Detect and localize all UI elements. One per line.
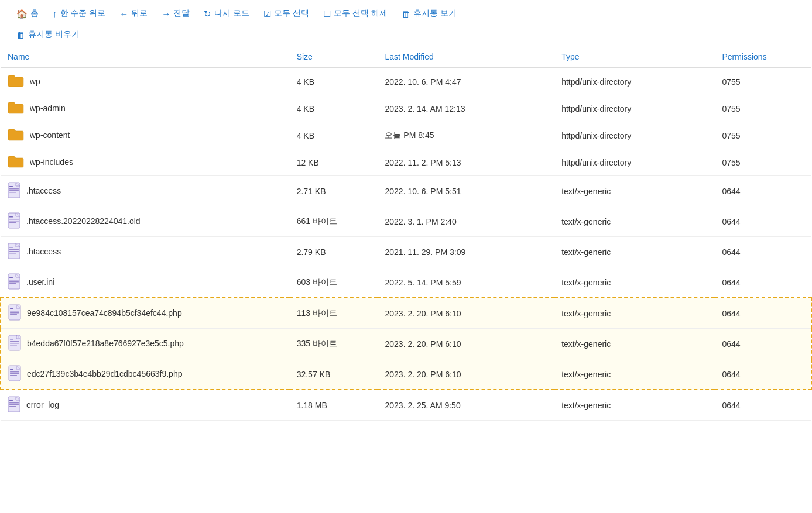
- cell-type: text/x-generic: [554, 390, 715, 421]
- svg-rect-3: [9, 190, 19, 191]
- empty-trash-button[interactable]: 🗑 휴지통 비우기: [9, 27, 87, 42]
- cell-name: wp-includes: [1, 149, 290, 176]
- svg-rect-23: [10, 312, 19, 314]
- cell-size: 32.57 KB: [290, 359, 378, 390]
- file-name: .htaccess: [26, 185, 61, 197]
- svg-rect-9: [9, 222, 16, 223]
- cell-permissions: 0755: [715, 149, 811, 176]
- cell-name: .htaccess_: [1, 237, 290, 267]
- svg-rect-29: [10, 345, 17, 346]
- col-header-name[interactable]: Name: [1, 46, 290, 68]
- empty-trash-label: 휴지통 비우기: [28, 29, 80, 40]
- cell-type: text/x-generic: [554, 237, 715, 267]
- cell-size: 661 바이트: [290, 206, 378, 237]
- svg-rect-1: [9, 186, 13, 187]
- forward-label: 전달: [173, 8, 190, 19]
- trash-view-button[interactable]: 🗑 휴지통 보기: [395, 6, 464, 21]
- svg-rect-14: [9, 253, 16, 254]
- svg-rect-17: [9, 280, 19, 281]
- table-row[interactable]: wp-content 4 KB 오늘 PM 8:45 httpd/unix-di…: [1, 122, 811, 149]
- table-row[interactable]: wp-includes 12 KB 2022. 11. 2. PM 5:13 h…: [1, 149, 811, 176]
- svg-rect-19: [9, 283, 16, 284]
- table-row[interactable]: b4edda67f0f57e218a8e766927e3e5c5.php 335…: [1, 329, 811, 359]
- folder-icon: [8, 128, 24, 143]
- cell-modified: 2023. 2. 20. PM 6:10: [378, 329, 554, 359]
- svg-rect-22: [10, 311, 19, 312]
- table-row[interactable]: 9e984c108157cea74c894b5cf34efc44.php 113…: [1, 298, 811, 329]
- cell-size: 12 KB: [290, 149, 378, 176]
- cell-size: 2.79 KB: [290, 237, 378, 267]
- trash-view-icon: 🗑: [402, 9, 410, 18]
- col-header-size[interactable]: Size: [290, 46, 378, 68]
- cell-name: error_log: [1, 390, 290, 421]
- svg-rect-36: [9, 400, 13, 401]
- table-row[interactable]: edc27f139c3b4e4bb29d1cdbc45663f9.php 32.…: [1, 359, 811, 390]
- home-button[interactable]: 🏠 홈: [9, 6, 46, 21]
- file-table: Name Size Last Modified Type Permissions…: [0, 46, 812, 421]
- table-row[interactable]: error_log 1.18 MB 2023. 2. 25. AM 9:50 t…: [1, 390, 811, 421]
- table-row[interactable]: .htaccess 2.71 KB 2022. 10. 6. PM 5:51 t…: [1, 176, 811, 206]
- cell-permissions: 0644: [715, 237, 811, 267]
- cell-name: .user.ini: [1, 267, 290, 298]
- home-label: 홈: [30, 8, 39, 19]
- file-name: wp-includes: [30, 157, 73, 168]
- cell-size: 335 바이트: [290, 329, 378, 359]
- col-header-type[interactable]: Type: [554, 46, 715, 68]
- up-button[interactable]: ↑ 한 수준 위로: [46, 6, 112, 21]
- back-button[interactable]: ← 뒤로: [112, 6, 155, 21]
- cell-permissions: 0644: [715, 298, 811, 329]
- svg-rect-21: [10, 308, 13, 309]
- reload-button[interactable]: ↻ 다시 로드: [197, 6, 256, 21]
- file-name: wp-content: [30, 130, 70, 142]
- svg-rect-16: [9, 277, 13, 278]
- svg-rect-31: [10, 369, 13, 370]
- file-icon: [8, 304, 21, 322]
- table-row[interactable]: wp 4 KB 2022. 10. 6. PM 4:47 httpd/unix-…: [1, 68, 811, 95]
- forward-button[interactable]: → 전달: [155, 6, 197, 21]
- cell-name: wp: [1, 68, 290, 95]
- cell-modified: 2022. 3. 1. PM 2:40: [378, 206, 554, 237]
- svg-rect-8: [9, 221, 19, 222]
- file-icon: [8, 335, 21, 353]
- file-icon: [8, 212, 20, 230]
- cell-size: 603 바이트: [290, 267, 378, 298]
- cell-type: text/x-generic: [554, 298, 715, 329]
- col-header-permissions[interactable]: Permissions: [715, 46, 811, 68]
- file-icon: [8, 365, 21, 383]
- deselect-all-label: 모두 선택 해제: [334, 8, 388, 19]
- file-icon: [8, 273, 20, 291]
- svg-rect-39: [9, 406, 16, 407]
- up-label: 한 수준 위로: [60, 8, 106, 19]
- select-all-label: 모두 선택: [274, 8, 309, 19]
- table-row[interactable]: .htaccess.20220228224041.old 661 바이트 202…: [1, 206, 811, 237]
- cell-type: httpd/unix-directory: [554, 122, 715, 149]
- cell-modified: 2023. 2. 25. AM 9:50: [378, 390, 554, 421]
- file-name: .htaccess_: [26, 246, 66, 258]
- cell-modified: 오늘 PM 8:45: [378, 122, 554, 149]
- svg-rect-28: [10, 343, 19, 344]
- svg-rect-11: [9, 247, 13, 248]
- home-icon: 🏠: [16, 9, 28, 18]
- cell-size: 4 KB: [290, 122, 378, 149]
- svg-rect-2: [9, 188, 19, 190]
- table-row[interactable]: .htaccess_ 2.79 KB 2021. 11. 29. PM 3:09…: [1, 237, 811, 267]
- file-name: wp-admin: [30, 103, 66, 115]
- svg-rect-13: [9, 251, 19, 252]
- deselect-all-icon: ☐: [323, 9, 331, 18]
- col-header-modified[interactable]: Last Modified: [378, 46, 554, 68]
- cell-permissions: 0644: [715, 359, 811, 390]
- cell-modified: 2023. 2. 20. PM 6:10: [378, 359, 554, 390]
- cell-name: edc27f139c3b4e4bb29d1cdbc45663f9.php: [1, 359, 290, 390]
- select-all-icon: ☑: [263, 9, 271, 18]
- cell-permissions: 0644: [715, 206, 811, 237]
- deselect-all-button[interactable]: ☐ 모두 선택 해제: [316, 6, 395, 21]
- svg-rect-12: [9, 249, 19, 250]
- cell-name: b4edda67f0f57e218a8e766927e3e5c5.php: [1, 329, 290, 359]
- table-row[interactable]: wp-admin 4 KB 2023. 2. 14. AM 12:13 http…: [1, 95, 811, 122]
- reload-label: 다시 로드: [214, 8, 249, 19]
- cell-name: wp-admin: [1, 95, 290, 122]
- table-row[interactable]: .user.ini 603 바이트 2022. 5. 14. PM 5:59 t…: [1, 267, 811, 298]
- select-all-button[interactable]: ☑ 모두 선택: [256, 6, 316, 21]
- file-name: b4edda67f0f57e218a8e766927e3e5c5.php: [27, 338, 184, 350]
- svg-rect-37: [9, 402, 19, 404]
